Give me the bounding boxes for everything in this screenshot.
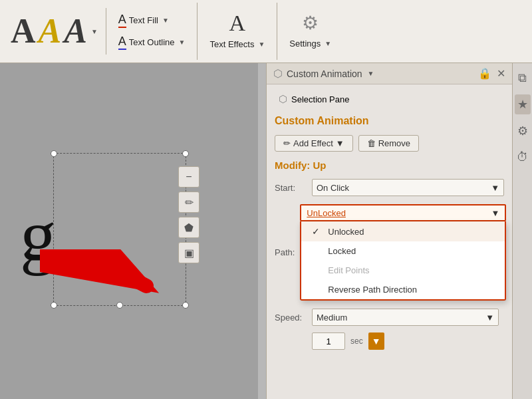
animation-icon: ⬡ bbox=[273, 67, 283, 80]
sidebar-history-icon[interactable]: ⏱ bbox=[514, 148, 531, 167]
text-fill-icon: A bbox=[118, 13, 126, 28]
path-dropdown-wrapper: UnLocked ▼ ✓ Unlocked Locked bbox=[300, 204, 506, 301]
check-icon-unlocked: ✓ bbox=[312, 226, 323, 237]
panel-close-icon[interactable]: ✕ bbox=[497, 67, 505, 80]
panel-body: ⬡ Selection Pane Custom Animation ✏ Add … bbox=[267, 84, 512, 356]
start-select[interactable]: On Click ▼ bbox=[312, 179, 504, 196]
start-field-row: Start: On Click ▼ bbox=[275, 179, 504, 196]
text-effects-icon: A bbox=[229, 12, 246, 35]
modify-label: Modify: Up bbox=[275, 160, 504, 171]
path-trigger-arrow: ▼ bbox=[491, 208, 499, 218]
frame-tool-button[interactable]: ▣ bbox=[178, 242, 200, 263]
speed-label: Speed: bbox=[275, 313, 307, 323]
handle-top-right[interactable] bbox=[182, 150, 189, 157]
canvas-scrollbar[interactable] bbox=[258, 63, 266, 399]
sidebar-copy-icon[interactable]: ⧉ bbox=[515, 68, 529, 88]
font-style-dropdown-arrow[interactable]: ▼ bbox=[91, 28, 98, 35]
section-title: Custom Animation bbox=[275, 115, 504, 127]
text-fill-label: Text Fill bbox=[129, 15, 158, 25]
font-a-gold: A bbox=[39, 14, 62, 49]
text-effects-dropdown-arrow: ▼ bbox=[258, 41, 265, 48]
dropdown-item-reverse-path[interactable]: Reverse Path Direction bbox=[301, 280, 505, 299]
text-fill-dropdown-arrow: ▼ bbox=[162, 17, 169, 24]
path-trigger-text: UnLocked bbox=[307, 208, 346, 218]
selection-box bbox=[53, 153, 186, 306]
settings-section: ⚙ Settings ▼ bbox=[277, 3, 343, 60]
letter-g: g bbox=[20, 200, 57, 273]
speed-dropdown-arrow: ▼ bbox=[485, 313, 494, 323]
minus-tool-button[interactable]: − bbox=[178, 166, 200, 188]
text-format-section: A Text Fill ▼ A Text Outline ▼ bbox=[106, 3, 198, 60]
path-dropdown-trigger[interactable]: UnLocked ▼ bbox=[300, 204, 506, 221]
selection-pane-icon: ⬡ bbox=[279, 93, 287, 105]
panel-header: ⬡ Custom Animation ▼ 🔒 ✕ bbox=[267, 63, 512, 84]
text-effects-section: A Text Effects ▼ bbox=[197, 3, 277, 60]
path-label: Path: bbox=[275, 247, 295, 257]
path-dropdown-menu: ✓ Unlocked Locked Edit Points bbox=[300, 221, 506, 301]
remove-label: Remove bbox=[378, 138, 410, 148]
text-fill-button[interactable]: A Text Fill ▼ bbox=[114, 11, 173, 30]
main-area: g − ✏ ⬟ ▣ bbox=[0, 63, 532, 399]
selection-pane-button[interactable]: ⬡ Selection Pane bbox=[275, 91, 353, 107]
panel-lock-icon[interactable]: 🔒 bbox=[478, 67, 491, 80]
handle-top-left[interactable] bbox=[51, 150, 57, 157]
text-fill-row: A Text Fill ▼ bbox=[114, 11, 190, 30]
dropdown-item-locked[interactable]: Locked bbox=[301, 241, 505, 261]
settings-label: Settings bbox=[289, 39, 321, 49]
start-value: On Click bbox=[317, 183, 349, 193]
font-a-regular: A bbox=[11, 14, 36, 49]
speed-field-row: Speed: Medium ▼ bbox=[275, 309, 504, 326]
speed-number-input[interactable] bbox=[312, 332, 345, 350]
settings-dropdown-arrow: ▼ bbox=[325, 40, 331, 47]
add-effect-label: Add Effect bbox=[293, 138, 333, 148]
path-field-row: Path: UnLocked ▼ ✓ Unlocked bbox=[275, 204, 504, 301]
remove-button[interactable]: 🗑 Remove bbox=[358, 135, 419, 152]
text-outline-icon: A bbox=[118, 35, 126, 50]
pencil-tool-button[interactable]: ✏ bbox=[178, 192, 200, 213]
speed-spinner-button[interactable]: ▼ bbox=[368, 332, 384, 350]
add-effect-icon: ✏ bbox=[283, 138, 291, 148]
sidebar-sliders-icon[interactable]: ⚙ bbox=[515, 121, 531, 141]
dropdown-item-locked-label: Locked bbox=[328, 246, 356, 256]
text-effects-button[interactable]: Text Effects ▼ bbox=[205, 37, 269, 51]
text-outline-button[interactable]: A Text Outline ▼ bbox=[114, 33, 190, 52]
dropdown-item-edit-points-label: Edit Points bbox=[328, 265, 369, 275]
dropdown-item-edit-points: Edit Points bbox=[301, 261, 505, 280]
text-effects-label: Text Effects bbox=[209, 39, 254, 49]
settings-button[interactable]: Settings ▼ bbox=[285, 37, 335, 51]
panel-title-dropdown-arrow[interactable]: ▼ bbox=[368, 70, 374, 77]
toolbar: A A A ▼ A Text Fill ▼ A Text Outline ▼ A… bbox=[0, 0, 532, 63]
speed-number-row: sec ▼ bbox=[275, 332, 504, 350]
font-a-dark: A bbox=[64, 14, 87, 49]
panel-title-row: ⬡ Custom Animation ▼ bbox=[273, 67, 374, 80]
speed-select[interactable]: Medium ▼ bbox=[312, 309, 499, 326]
speed-unit: sec bbox=[350, 336, 363, 346]
add-effect-button[interactable]: ✏ Add Effect ▼ bbox=[275, 135, 353, 152]
right-sidebar: ⧉ ★ ⚙ ⏱ bbox=[512, 63, 532, 399]
canvas-area: g − ✏ ⬟ ▣ bbox=[0, 63, 266, 399]
speed-select-value: Medium bbox=[317, 313, 347, 323]
dropdown-item-unlocked[interactable]: ✓ Unlocked bbox=[301, 221, 505, 241]
sidebar-star-icon[interactable]: ★ bbox=[515, 94, 531, 114]
panel-title: Custom Animation bbox=[287, 68, 362, 79]
text-outline-dropdown-arrow: ▼ bbox=[179, 39, 186, 46]
handle-bottom-left[interactable] bbox=[51, 302, 57, 309]
tool-icons-panel: − ✏ ⬟ ▣ bbox=[178, 166, 200, 263]
action-buttons-row: ✏ Add Effect ▼ 🗑 Remove bbox=[275, 135, 504, 152]
start-dropdown-arrow: ▼ bbox=[491, 183, 499, 193]
paint-tool-button[interactable]: ⬟ bbox=[178, 217, 200, 238]
animation-panel: ⬡ Custom Animation ▼ 🔒 ✕ ⬡ Selection Pan… bbox=[266, 63, 512, 399]
dropdown-item-unlocked-label: Unlocked bbox=[328, 227, 364, 237]
start-label: Start: bbox=[275, 183, 307, 193]
add-effect-dropdown-arrow: ▼ bbox=[336, 138, 344, 148]
selection-pane-label: Selection Pane bbox=[291, 94, 349, 104]
settings-gear-icon: ⚙ bbox=[302, 12, 319, 34]
remove-icon: 🗑 bbox=[367, 138, 376, 148]
dropdown-item-reverse-path-label: Reverse Path Direction bbox=[328, 285, 417, 295]
handle-bottom-mid[interactable] bbox=[116, 302, 123, 309]
spinner-down-icon: ▼ bbox=[372, 336, 381, 346]
handle-bottom-right[interactable] bbox=[182, 302, 189, 309]
text-outline-row: A Text Outline ▼ bbox=[114, 33, 190, 52]
panel-header-icons: 🔒 ✕ bbox=[478, 67, 505, 80]
font-style-section: A A A ▼ bbox=[3, 3, 106, 60]
